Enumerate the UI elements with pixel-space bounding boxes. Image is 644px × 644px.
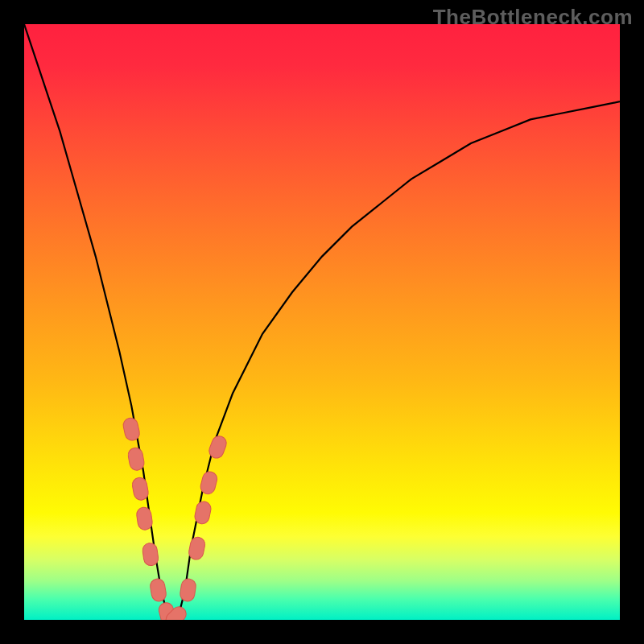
marker-pill (131, 477, 150, 502)
marker-pill (180, 578, 197, 602)
marker-pill (149, 578, 167, 603)
marker-pill (193, 500, 212, 525)
marker-pill (122, 417, 141, 442)
outer-frame: TheBottleneck.com (0, 0, 644, 644)
plot-area (24, 24, 620, 620)
curve-layer (24, 24, 620, 620)
marker-pill (142, 542, 159, 566)
marker-pill (127, 447, 146, 472)
highlight-markers (122, 417, 228, 620)
marker-pill (136, 506, 154, 530)
bottleneck-curve (24, 24, 620, 620)
marker-pill (188, 536, 206, 561)
